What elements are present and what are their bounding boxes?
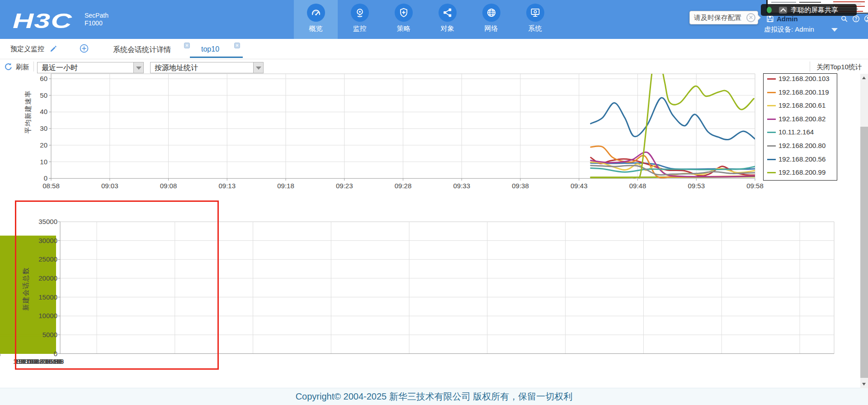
nav-item-label: 监控 (338, 24, 382, 33)
add-tab-icon[interactable] (79, 43, 89, 53)
nav-item-label: 策略 (382, 24, 425, 33)
line-chart-xtick: 09:08 (153, 182, 184, 190)
legend-label: 192.168.200.119 (778, 88, 829, 96)
top2-highlight-rect (15, 200, 219, 370)
time-range-dropdown-arrow-icon[interactable] (133, 62, 143, 73)
stat-type-dropdown[interactable]: 按源地址统计 (150, 62, 264, 73)
scrollbar-down-arrow-icon[interactable] (862, 383, 866, 386)
legend-swatch (767, 78, 776, 80)
line-chart-xtick: 09:18 (270, 182, 302, 190)
nav-item-system[interactable]: 系统 (513, 0, 557, 39)
legend-label: 192.168.200.103 (778, 75, 830, 82)
tab-session-stats[interactable]: 系统会话统计详情 (113, 45, 171, 55)
time-range-dropdown[interactable]: 最近一小时 (37, 62, 144, 73)
screen-share-title: 李聪的屏幕共享 (791, 6, 838, 14)
shield-plus-icon (395, 4, 413, 22)
line-chart-xtick: 09:28 (387, 182, 419, 190)
legend-swatch (767, 132, 776, 133)
line-chart-xtick: 08:58 (35, 182, 67, 190)
line-chart-xtick: 09:38 (505, 182, 536, 190)
product-line2: F1000 (85, 19, 108, 27)
system-monitor-icon (526, 4, 544, 22)
save-config-tooltip: 请及时保存配置 ✕ (689, 11, 758, 24)
tab-top10-close-icon[interactable]: × (234, 43, 240, 48)
legend-item[interactable]: 192.168.200.82 (764, 112, 837, 126)
virtual-device-dropdown-arrow-icon[interactable] (831, 28, 838, 32)
legend-item[interactable]: 192.168.200.61 (764, 99, 837, 112)
copyright-text: Copyright© 2004-2025 新华三技术有限公司 版权所有，保留一切… (0, 388, 868, 405)
legend-label: 192.168.200.80 (778, 142, 826, 149)
legend-item[interactable]: 10.11.2.164 (764, 125, 837, 139)
logged-in-user[interactable]: Admin (777, 15, 798, 23)
line-series-192.168.200.103 (591, 157, 755, 176)
product-line1: SecPath (85, 12, 108, 19)
legend-item[interactable]: 192.168.200.99 (764, 166, 837, 179)
line-chart-ylabel: 平均新建速率 (24, 67, 33, 157)
legend-swatch (767, 92, 776, 93)
legend-label: 10.11.2.164 (778, 128, 814, 136)
globe-icon (482, 4, 500, 22)
line-chart-ytick: 10 (25, 158, 47, 166)
nav-item-network[interactable]: 网络 (469, 0, 513, 39)
user-icon[interactable] (863, 14, 868, 23)
nav-item-label: 系统 (513, 24, 557, 33)
legend-swatch (767, 145, 776, 147)
line-series-192.168.200.61 (591, 162, 755, 175)
save-config-tooltip-text: 请及时保存配置 (694, 14, 741, 22)
legend-item[interactable]: 192.168.200.80 (764, 139, 837, 152)
tab-top10[interactable]: top10 (201, 45, 219, 53)
legend-swatch (767, 105, 776, 106)
stat-type-dropdown-arrow-icon[interactable] (253, 62, 263, 73)
edit-pencil-icon[interactable] (50, 45, 57, 52)
nav-item-overview[interactable]: 概览 (294, 0, 338, 39)
refresh-icon[interactable] (4, 62, 13, 71)
time-range-value: 最近一小时 (42, 63, 78, 73)
toolbar-divider-right (810, 62, 810, 71)
line-series-192.168.200.80 (591, 166, 755, 175)
vertical-scrollbar[interactable] (860, 74, 868, 388)
line-series-172.16.0.2 (591, 163, 755, 169)
product-name: SecPath F1000 (85, 12, 108, 27)
line-chart-xtick: 09:48 (622, 182, 654, 190)
h3c-secpath-app: H3C SecPath F1000 概览监控策略对象网络系统 Admin 虚拟设… (0, 0, 868, 405)
line-chart-xtick: 09:23 (329, 182, 360, 190)
screen-share-banner[interactable]: 李聪的屏幕共享 (761, 4, 857, 16)
line-series-58.58.30.54 (591, 177, 755, 177)
tooltip-close-button[interactable]: ✕ (746, 13, 755, 22)
close-top10-button[interactable]: 关闭Top10统计 (816, 63, 862, 71)
tab-session-stats-close-icon[interactable]: × (184, 43, 190, 48)
line-chart-xtick: 09:33 (446, 182, 477, 190)
line-chart-legend: 192.168.200.103192.168.200.119192.168.20… (763, 73, 837, 181)
line-series-192.168.200.56 (591, 98, 755, 140)
chevron-up-icon[interactable] (779, 7, 787, 14)
legend-label: 192.168.200.99 (778, 168, 826, 176)
line-chart-xtick: 09:53 (680, 182, 712, 190)
line-series-192.168.200.82 (591, 152, 755, 177)
legend-swatch (767, 119, 776, 120)
nav-item-monitor[interactable]: 监控 (338, 0, 382, 39)
line-chart-xtick: 09:58 (739, 182, 771, 190)
nav-item-label: 概览 (294, 24, 338, 33)
legend-item[interactable]: 192.168.200.119 (764, 86, 837, 99)
nav-item-objects[interactable]: 对象 (425, 0, 469, 39)
predefined-monitor-menu[interactable]: 预定义监控 (10, 45, 44, 53)
legend-label: 192.168.200.56 (778, 155, 826, 163)
legend-swatch (767, 159, 776, 160)
line-series-192.168.200.119 (591, 146, 755, 178)
share-nodes-icon (439, 4, 457, 22)
legend-item[interactable]: 192.168.200.56 (764, 152, 837, 166)
legend-label: 192.168.200.61 (778, 101, 826, 109)
legend-item[interactable]: 192.168.200.103 (764, 72, 837, 86)
legend-swatch (767, 172, 776, 173)
toolbar-divider (33, 62, 34, 71)
virtual-device-selector[interactable]: 虚拟设备: Admin (764, 25, 814, 34)
nav-item-label: 对象 (425, 24, 469, 33)
scrollbar-up-arrow-icon[interactable] (862, 76, 866, 79)
scrollbar-thumb[interactable] (860, 127, 868, 378)
microphone-active-icon (767, 7, 772, 13)
stat-type-value: 按源地址统计 (155, 63, 198, 73)
gauge-icon (307, 4, 325, 22)
nav-item-label: 网络 (469, 24, 513, 33)
nav-item-policy[interactable]: 策略 (382, 0, 425, 39)
webcam-icon (351, 4, 369, 22)
